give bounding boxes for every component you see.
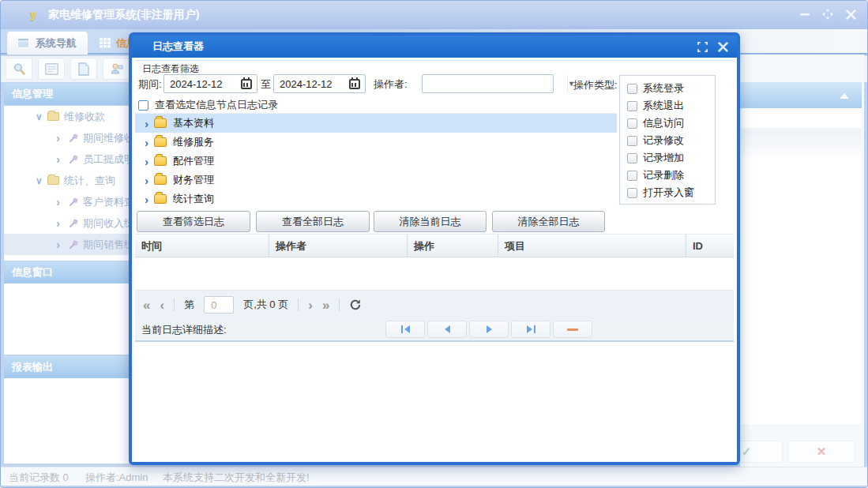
report-output-panel [4, 378, 129, 464]
date-to-input[interactable] [274, 78, 346, 90]
first-record-button[interactable] [385, 321, 425, 338]
tool-icon [68, 197, 79, 208]
checkbox-icon[interactable] [627, 188, 637, 198]
column-header-operation[interactable]: 操作 [408, 235, 498, 257]
calendar-button[interactable] [238, 75, 255, 92]
next-record-button[interactable] [469, 321, 509, 338]
tree-item-label: 期间销售统 [83, 238, 129, 252]
checkbox-system-login[interactable]: 系统登录 [627, 80, 715, 97]
checkbox-icon[interactable] [627, 171, 637, 181]
sidebar-item-stats-query[interactable]: 统计、查询 [4, 170, 129, 191]
checkbox-icon[interactable] [627, 118, 637, 129]
restore-button[interactable] [821, 8, 835, 21]
user-button[interactable] [103, 58, 130, 80]
background-panel-header [740, 82, 862, 108]
cancel-button[interactable] [787, 441, 855, 463]
document-button[interactable] [70, 58, 97, 80]
checkbox-open-entry-window[interactable]: 打开录入窗 [627, 184, 715, 201]
view-all-logs-button[interactable]: 查看全部日志 [256, 211, 370, 232]
separator [298, 298, 299, 311]
sidebar-item-period-income[interactable]: 期间收入统 [4, 212, 129, 234]
next-page-icon[interactable] [308, 298, 313, 312]
delete-record-button[interactable] [553, 321, 592, 338]
minimize-button[interactable] [798, 8, 812, 21]
tree-item-basic-data[interactable]: 基本资料 [135, 114, 617, 133]
view-filtered-logs-button[interactable]: 查看筛选日志 [137, 211, 250, 232]
checkbox-icon[interactable] [627, 84, 637, 94]
period-label: 期间: [138, 77, 162, 92]
pagination-bar: 第 页,共 0 页 [135, 290, 734, 319]
column-header-time[interactable]: 时间 [135, 235, 269, 257]
close-button[interactable] [844, 8, 858, 21]
folder-icon [154, 194, 167, 204]
user-icon [110, 62, 123, 75]
node-filter-checkbox[interactable]: 查看选定信息节点日志记录 [138, 98, 278, 112]
last-page-icon[interactable] [322, 298, 329, 312]
app-window: y 家电维修管理系统(非注册用户) 系统导航 [0, 0, 868, 488]
date-from-input[interactable] [164, 78, 238, 90]
tree-item-label: 客户资料查 [83, 195, 129, 209]
dialog-close-button[interactable] [716, 40, 729, 53]
collapse-up-icon[interactable] [840, 93, 849, 99]
card-view-button[interactable] [38, 58, 65, 80]
dialog-maximize-button[interactable] [696, 40, 708, 53]
filter-group-border [136, 60, 733, 61]
dialog-header[interactable]: 日志查看器 [132, 36, 737, 58]
record-count: 当前记录数 0 [9, 471, 69, 485]
sidebar-section-report-output[interactable]: 报表输出 [4, 356, 129, 378]
refresh-icon[interactable] [349, 298, 362, 311]
sidebar-item-period-repair[interactable]: 期间维修收 [4, 127, 129, 148]
last-record-button[interactable] [511, 321, 550, 338]
checkbox-icon[interactable] [627, 136, 637, 146]
chevron-right-icon [145, 193, 148, 205]
tree-item-finance-management[interactable]: 财务管理 [135, 171, 617, 190]
search-tool-button[interactable] [6, 58, 32, 80]
checkbox-icon[interactable] [627, 101, 637, 111]
card-icon [45, 63, 58, 75]
tab-system-nav[interactable]: 系统导航 [7, 32, 88, 54]
column-header-operator[interactable]: 操作者 [269, 235, 408, 257]
column-header-item[interactable]: 项目 [498, 235, 686, 257]
checkbox-icon[interactable] [627, 153, 637, 163]
checkbox-record-add[interactable]: 记录增加 [627, 149, 715, 167]
operator-input[interactable] [423, 78, 567, 90]
sidebar-section-info-management[interactable]: 信息管理 [4, 83, 129, 105]
checkbox-record-modify[interactable]: 记录修改 [627, 132, 715, 149]
previous-record-button[interactable] [427, 321, 467, 338]
status-message: 本系统支持二次开发和全新开发! [163, 471, 310, 485]
sidebar-item-employee-commission[interactable]: 员工提成明 [4, 148, 129, 170]
chevron-right-icon [145, 156, 148, 167]
search-icon [13, 62, 26, 76]
dialog-tree: 基本资料 维修服务 配件管理 财务管理 [135, 113, 617, 208]
checkbox-label: 查看选定信息节点日志记录 [155, 98, 278, 112]
tree-item-label: 期间维修收 [83, 131, 129, 145]
checkbox-record-delete[interactable]: 记录删除 [627, 167, 715, 184]
sidebar-item-repair-collection[interactable]: 维修收款 [4, 106, 129, 127]
sidebar-item-customer-data[interactable]: 客户资料查 [4, 191, 129, 212]
sidebar-item-period-sales[interactable]: 期间销售统 [4, 234, 129, 255]
chevron-down-icon [36, 175, 46, 186]
operator-combobox [422, 74, 554, 93]
clear-all-logs-button[interactable]: 清除全部日志 [492, 211, 605, 232]
tree-item-stats-query[interactable]: 统计查询 [135, 190, 617, 208]
first-page-icon[interactable] [143, 298, 150, 312]
checkbox-system-logout[interactable]: 系统退出 [627, 97, 715, 114]
tool-icon [68, 133, 79, 144]
background-panel-band [740, 130, 862, 156]
minus-icon [567, 328, 578, 331]
checkbox-icon[interactable] [138, 100, 148, 111]
clear-current-logs-button[interactable]: 清除当前日志 [374, 211, 487, 232]
previous-page-icon[interactable] [160, 298, 164, 312]
close-icon [846, 9, 856, 20]
close-icon [718, 42, 728, 52]
calendar-button[interactable] [346, 75, 363, 92]
document-icon [78, 62, 89, 76]
tree-item-parts-management[interactable]: 配件管理 [135, 152, 617, 171]
sidebar-section-info-window[interactable]: 信息窗口 [4, 261, 129, 283]
tree-item-repair-service[interactable]: 维修服务 [135, 133, 617, 152]
background-panel-content [740, 156, 862, 424]
page-number-input[interactable] [204, 296, 234, 313]
checkbox-info-access[interactable]: 信息访问 [627, 114, 715, 132]
triangle-left-icon [445, 325, 450, 333]
column-header-id[interactable]: ID [686, 235, 734, 257]
